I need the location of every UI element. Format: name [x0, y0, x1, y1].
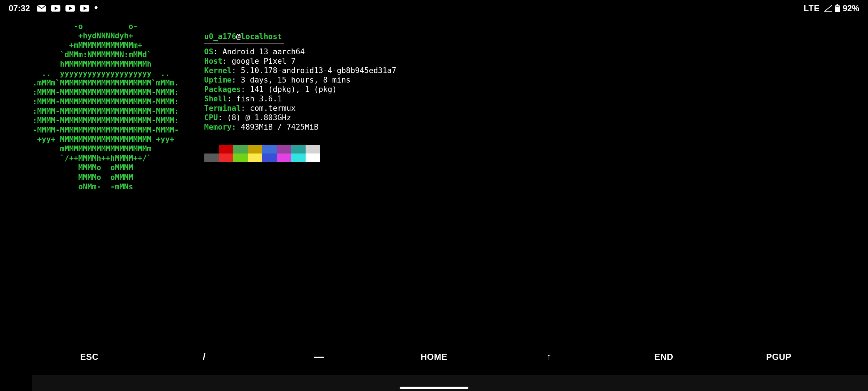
palette-swatch — [291, 145, 306, 154]
youtube-icon — [65, 5, 75, 12]
info-value: 4893MiB / 7425MiB — [241, 123, 319, 131]
android-status-bar: 07:32 • LTE 92% — [0, 0, 868, 17]
info-label: OS — [204, 47, 213, 56]
info-value: fish 3.6.1 — [236, 94, 282, 103]
neofetch-ascii-logo: -o o- +hydNNNNdyh+ +mMMMMMMMMMMMMm+ `dMM… — [33, 22, 179, 192]
svg-rect-8 — [837, 4, 838, 5]
cell-signal-icon — [824, 5, 832, 12]
neofetch-info-row: Kernel: 5.10.178-android13-4-gb8b945ed31… — [204, 66, 396, 75]
youtube-icon — [51, 5, 60, 12]
colon: : — [213, 47, 222, 56]
palette-swatch — [306, 154, 320, 162]
info-label: CPU — [204, 113, 218, 122]
palette-swatch — [262, 145, 277, 154]
neofetch-info-row: Packages: 141 (dpkg), 1 (pkg) — [204, 85, 396, 94]
neofetch-color-palette — [204, 145, 396, 162]
status-right-cluster: LTE 92% — [804, 3, 859, 14]
slash-key[interactable]: / — [147, 345, 262, 368]
palette-swatch — [291, 154, 306, 162]
esc-key[interactable]: ESC — [32, 345, 147, 368]
info-label: Packages — [204, 85, 241, 94]
palette-swatch — [233, 145, 248, 154]
palette-swatch — [233, 154, 248, 162]
neofetch-user-host: u0_a176@localhost — [204, 32, 396, 41]
info-label: Shell — [204, 94, 227, 103]
terminal-viewport[interactable]: -o o- +hydNNNNdyh+ +mMMMMMMMMMMMMm+ `dMM… — [0, 17, 868, 192]
palette-swatch — [204, 145, 219, 154]
info-label: Uptime — [204, 76, 232, 84]
palette-swatch — [306, 145, 320, 154]
battery-icon — [835, 4, 840, 12]
info-value: google Pixel 7 — [231, 57, 295, 66]
info-value: Android 13 aarch64 — [222, 47, 305, 56]
arrow-up-key[interactable]: ↑ — [492, 345, 607, 368]
palette-row-dark — [204, 145, 396, 154]
mail-icon — [37, 5, 46, 12]
colon: : — [222, 57, 231, 66]
colon: : — [231, 66, 241, 75]
neofetch-user: u0_a176 — [204, 32, 237, 41]
info-label: Terminal — [204, 104, 241, 113]
neofetch-rows: OS: Android 13 aarch64Host: google Pixel… — [204, 47, 396, 132]
palette-swatch — [262, 154, 277, 162]
dash-key[interactable]: ― — [261, 345, 376, 368]
at-separator: @ — [236, 32, 241, 41]
info-value: 3 days, 15 hours, 8 mins — [241, 76, 350, 84]
neofetch-info-column: u0_a176@localhost OS: Android 13 aarch64… — [204, 22, 396, 162]
neofetch-info-row: OS: Android 13 aarch64 — [204, 47, 396, 56]
info-label: Host — [204, 57, 223, 66]
neofetch-info-row: CPU: (8) @ 1.803GHz — [204, 113, 396, 122]
svg-rect-10 — [835, 6, 839, 7]
palette-row-bright — [204, 154, 396, 162]
neofetch-info-row: Uptime: 3 days, 15 hours, 8 mins — [204, 75, 396, 85]
status-left-cluster: 07:32 • — [9, 3, 98, 14]
network-type-label: LTE — [804, 3, 820, 14]
palette-swatch — [277, 145, 291, 154]
info-value: 141 (dpkg), 1 (pkg) — [250, 85, 337, 94]
end-key[interactable]: END — [607, 345, 722, 368]
info-label: Memory — [204, 123, 232, 131]
neofetch-host: localhost — [241, 32, 282, 41]
home-key[interactable]: HOME — [376, 345, 492, 368]
neofetch-info-row: Host: google Pixel 7 — [204, 56, 396, 66]
info-label: Kernel — [204, 66, 232, 75]
svg-marker-7 — [824, 5, 832, 12]
neofetch-info-row: Terminal: com.termux — [204, 104, 396, 113]
palette-swatch — [204, 154, 219, 162]
battery-percent: 92% — [843, 3, 859, 14]
palette-swatch — [248, 154, 262, 162]
neofetch-info-row: Memory: 4893MiB / 7425MiB — [204, 122, 396, 132]
info-value: 5.10.178-android13-4-gb8b945ed31a7 — [241, 66, 396, 75]
neofetch-underline — [204, 43, 284, 43]
colon: : — [241, 104, 250, 113]
colon: : — [227, 94, 236, 103]
neofetch-info-row: Shell: fish 3.6.1 — [204, 94, 396, 104]
colon: : — [231, 123, 241, 131]
palette-swatch — [248, 145, 262, 154]
palette-swatch — [277, 154, 291, 162]
info-value: (8) @ 1.803GHz — [227, 113, 291, 122]
pgup-key[interactable]: PGUP — [721, 345, 836, 368]
youtube-icon — [80, 5, 89, 12]
palette-swatch — [219, 145, 233, 154]
info-value: com.termux — [250, 104, 295, 113]
status-clock: 07:32 — [9, 3, 30, 14]
colon: : — [218, 113, 227, 122]
palette-swatch — [219, 154, 233, 162]
android-nav-handle[interactable] — [400, 387, 468, 389]
colon: : — [231, 76, 241, 84]
colon: : — [241, 85, 250, 94]
